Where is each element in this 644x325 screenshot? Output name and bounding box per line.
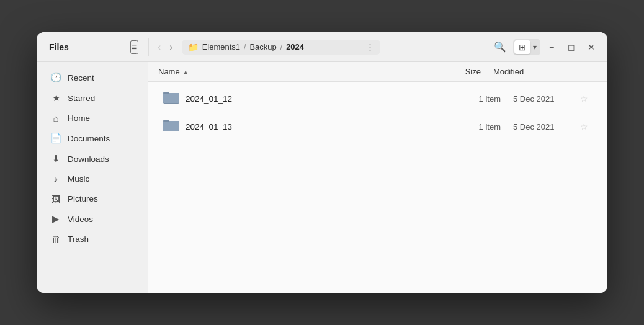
file-star-1[interactable]: ☆ [575, 94, 593, 104]
menu-button[interactable]: ≡ [130, 40, 138, 54]
home-icon: ⌂ [50, 113, 61, 123]
downloads-icon: ⬇ [50, 153, 61, 164]
sidebar-item-downloads[interactable]: ⬇ Downloads [40, 149, 144, 169]
view-toggle: ⊞ ▾ [513, 39, 540, 55]
sidebar-label-home: Home [68, 114, 90, 123]
sidebar-label-downloads: Downloads [68, 154, 109, 164]
sidebar-item-home[interactable]: ⌂ Home [40, 109, 144, 128]
table-row[interactable]: 2024_01_13 1 item 5 Dec 2021 ☆ [153, 113, 602, 140]
minimize-button[interactable]: − [543, 38, 560, 56]
starred-icon: ★ [50, 92, 61, 104]
breadcrumb-part-2: Backup [249, 42, 276, 51]
back-button[interactable]: ‹ [154, 39, 164, 55]
svg-rect-5 [163, 120, 169, 122]
breadcrumb-folder-icon: 📁 [188, 42, 199, 52]
sidebar-label-pictures: Pictures [68, 194, 98, 203]
window-body: 🕐 Recent ★ Starred ⌂ Home 📄 Documents ⬇ … [37, 62, 607, 293]
svg-rect-2 [163, 92, 169, 94]
breadcrumb[interactable]: 📁 Elements1 / Backup / 2024 ⋮ [182, 40, 380, 55]
sort-icon: ▲ [182, 68, 189, 76]
sidebar-label-trash: Trash [68, 234, 89, 244]
maximize-button[interactable]: ◻ [563, 38, 580, 56]
nav-buttons: ‹ › [154, 39, 177, 55]
breadcrumb-part-1: Elements1 [202, 42, 240, 51]
videos-icon: ▶ [50, 213, 61, 225]
breadcrumb-sep-1: / [244, 43, 246, 51]
breadcrumb-more-button[interactable]: ⋮ [366, 42, 374, 51]
sidebar-label-documents: Documents [68, 134, 110, 143]
sidebar-label-videos: Videos [68, 215, 93, 224]
recent-icon: 🕐 [50, 72, 61, 83]
column-name-label: Name [158, 67, 180, 76]
view-dropdown-button[interactable]: ▾ [530, 41, 539, 53]
folder-icon-2 [163, 118, 179, 135]
app-title: Files [49, 42, 69, 52]
breadcrumb-sep-2: / [280, 43, 282, 51]
sidebar-label-music: Music [68, 174, 89, 184]
pictures-icon: 🖼 [50, 194, 61, 204]
close-button[interactable]: ✕ [583, 38, 600, 56]
sidebar: 🕐 Recent ★ Starred ⌂ Home 📄 Documents ⬇ … [37, 62, 148, 293]
table-row[interactable]: 2024_01_12 1 item 5 Dec 2021 ☆ [153, 85, 602, 112]
file-name-1: 2024_01_12 [186, 94, 439, 104]
sidebar-title-area: Files ≡ [44, 40, 143, 54]
toolbar-right: 🔍 ⊞ ▾ − ◻ ✕ [490, 38, 600, 56]
svg-rect-1 [163, 93, 179, 103]
forward-button[interactable]: › [166, 39, 176, 55]
file-star-2[interactable]: ☆ [575, 122, 593, 131]
sidebar-item-documents[interactable]: 📄 Documents [40, 128, 144, 148]
sidebar-item-videos[interactable]: ▶ Videos [40, 209, 144, 229]
file-size-2: 1 item [439, 122, 501, 131]
sidebar-item-music[interactable]: ♪ Music [40, 169, 144, 189]
titlebar: Files ≡ ‹ › 📁 Elements1 / Backup / 2024 … [37, 32, 607, 62]
file-size-1: 1 item [439, 94, 501, 104]
file-list: 2024_01_12 1 item 5 Dec 2021 ☆ 2024_01_1… [148, 82, 607, 293]
sidebar-item-starred[interactable]: ★ Starred [40, 88, 144, 108]
column-name-header[interactable]: Name ▲ [158, 67, 419, 76]
sidebar-label-starred: Starred [68, 94, 95, 103]
breadcrumb-current: 2024 [286, 42, 304, 51]
column-size-header: Size [419, 67, 481, 76]
file-modified-1: 5 Dec 2021 [501, 94, 575, 104]
documents-icon: 📄 [50, 133, 61, 144]
main-content: Name ▲ Size Modified 2 [148, 62, 607, 293]
file-modified-2: 5 Dec 2021 [501, 122, 575, 131]
column-headers: Name ▲ Size Modified [148, 62, 607, 82]
sidebar-label-recent: Recent [68, 73, 94, 82]
svg-rect-4 [163, 121, 179, 131]
grid-view-button[interactable]: ⊞ [514, 40, 530, 54]
search-button[interactable]: 🔍 [490, 38, 511, 56]
trash-icon: 🗑 [50, 234, 61, 244]
sidebar-item-recent[interactable]: 🕐 Recent [40, 68, 144, 87]
sidebar-item-pictures[interactable]: 🖼 Pictures [40, 189, 144, 208]
folder-icon-1 [163, 90, 179, 107]
column-modified-header: Modified [481, 67, 580, 76]
sidebar-item-trash[interactable]: 🗑 Trash [40, 229, 144, 249]
titlebar-divider [148, 38, 149, 56]
music-icon: ♪ [50, 174, 61, 184]
file-name-2: 2024_01_13 [186, 122, 439, 131]
file-manager-window: Files ≡ ‹ › 📁 Elements1 / Backup / 2024 … [37, 32, 607, 293]
